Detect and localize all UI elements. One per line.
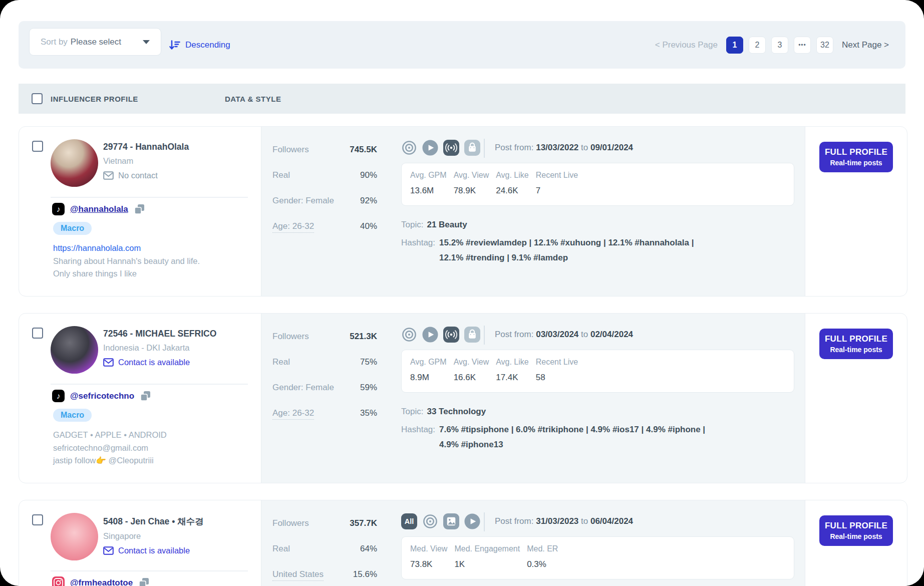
row-checkbox[interactable] <box>32 141 43 152</box>
influencer-location: Singapore <box>103 531 204 541</box>
bio-line: jastip follow👉 @Cleoputriii <box>53 454 167 467</box>
target-icon[interactable] <box>401 327 417 343</box>
stat-gender: Gender: Female92% <box>272 196 377 206</box>
metric-cell: Avg. GPM13.6M <box>410 171 447 205</box>
play-icon[interactable] <box>464 513 480 529</box>
metric-cell: Avg. Like17.4K <box>496 358 529 392</box>
stat-audience-country: United States15.6% <box>272 569 377 581</box>
media-filter-icons: All <box>401 513 480 529</box>
sort-by-select[interactable]: Sort by Please select <box>29 28 161 56</box>
hashtag-row: Hashtag: 7.6% #tipsiphone | 6.0% #trikip… <box>401 422 720 452</box>
sort-order-label: Descending <box>185 40 230 50</box>
row-checkbox[interactable] <box>32 328 43 339</box>
metric-cell: Avg. Like24.6K <box>496 171 529 205</box>
divider <box>51 384 248 385</box>
influencer-card: 72546 - MICHAEL SEFRICO Indonesia - DKI … <box>19 313 907 483</box>
pagination-page-32[interactable]: 32 <box>816 37 833 54</box>
media-filter-icons <box>401 140 480 156</box>
full-profile-button[interactable]: FULL PROFILE Real-time posts <box>819 142 893 172</box>
handle-link[interactable]: @sefricotechno <box>70 391 134 401</box>
copy-icon[interactable] <box>140 390 151 402</box>
image-icon[interactable] <box>443 513 459 529</box>
select-all-checkbox[interactable] <box>32 93 43 104</box>
influencer-card: 29774 - HannahOlala Vietnam No contact ♪… <box>19 126 907 297</box>
pagination-page-2[interactable]: 2 <box>749 37 766 54</box>
target-icon[interactable] <box>401 140 417 156</box>
bag-icon[interactable] <box>464 140 480 156</box>
post-date-range: Post from: 03/03/2024 to 02/04/2024 <box>495 330 633 340</box>
contact-status-label: Contact is available <box>118 358 190 367</box>
divider <box>484 139 485 158</box>
live-icon[interactable] <box>443 140 459 156</box>
influencer-card: 5408 - Jen Chae • 채수경 Singapore Contact … <box>19 500 907 586</box>
previous-page-button[interactable]: < Previous Page <box>655 40 718 50</box>
social-handle-row: ♪ @hannaholala <box>52 203 145 215</box>
topic-row: Topic:33 Technology <box>401 407 486 417</box>
next-page-button[interactable]: Next Page > <box>842 40 889 50</box>
stat-gender: Gender: Female59% <box>272 383 377 393</box>
avatar[interactable] <box>51 513 98 560</box>
stat-real: Real64% <box>272 544 377 554</box>
stat-followers: Followers745.5K <box>272 145 377 155</box>
metrics-box: Med. View73.8K Med. Engagement1K Med. ER… <box>401 536 794 579</box>
metric-cell: Med. Engagement1K <box>454 544 520 579</box>
post-date-range: Post from: 13/03/2022 to 09/01/2024 <box>495 143 633 153</box>
envelope-icon <box>103 358 114 367</box>
live-icon[interactable] <box>443 327 459 343</box>
pagination-page-3[interactable]: 3 <box>771 37 788 54</box>
website-link[interactable]: https://hannaholala.com <box>53 242 200 255</box>
avatar[interactable] <box>51 139 98 187</box>
identity-block: 72546 - MICHAEL SEFRICO Indonesia - DKI … <box>103 329 216 367</box>
full-profile-button[interactable]: FULL PROFILE Real-time posts <box>819 515 893 546</box>
topic-row: Topic:21 Beauty <box>401 220 467 230</box>
social-handle-row: @frmheadtotoe <box>52 576 150 586</box>
row-checkbox[interactable] <box>32 514 43 525</box>
handle-link[interactable]: @frmheadtotoe <box>70 578 133 586</box>
bag-icon[interactable] <box>464 327 480 343</box>
copy-icon[interactable] <box>138 577 150 586</box>
divider <box>51 570 248 571</box>
pagination: < Previous Page 1 2 3 ••• 32 Next Page > <box>655 21 889 69</box>
sort-by-label: Sort by <box>41 37 68 47</box>
bio-line: Sharing about Hannah's beauty and life. <box>53 255 200 268</box>
tiktok-icon: ♪ <box>52 203 65 215</box>
influencer-location: Vietnam <box>103 156 189 166</box>
metric-cell: Med. ER0.3% <box>527 544 559 579</box>
divider <box>51 197 248 198</box>
stat-real: Real90% <box>272 170 377 180</box>
pagination-ellipsis[interactable]: ••• <box>794 37 811 54</box>
contact-status: Contact is available <box>103 358 216 367</box>
influencer-name: 5408 - Jen Chae • 채수경 <box>103 515 204 527</box>
tiktok-icon: ♪ <box>52 390 65 402</box>
chevron-down-icon <box>143 40 150 44</box>
play-icon[interactable] <box>422 140 438 156</box>
column-header-data-style: DATA & STYLE <box>225 95 281 103</box>
avatar[interactable] <box>51 326 98 374</box>
stat-age: Age: 26-3240% <box>272 221 377 233</box>
post-date-range: Post from: 31/03/2023 to 06/04/2024 <box>495 516 633 526</box>
bio-block: GADGET • APPLE • ANDROID sefricotechno@g… <box>53 429 167 467</box>
stat-age: Age: 26-3235% <box>272 408 377 420</box>
full-profile-button[interactable]: FULL PROFILE Real-time posts <box>819 329 893 359</box>
sort-by-value: Please select <box>71 37 121 47</box>
bio-line: sefricotechno@gmail.com <box>53 442 167 455</box>
handle-link[interactable]: @hannaholala <box>70 204 128 214</box>
contact-status: No contact <box>103 171 189 180</box>
copy-icon[interactable] <box>134 203 145 215</box>
pagination-page-1[interactable]: 1 <box>726 37 743 54</box>
identity-block: 29774 - HannahOlala Vietnam No contact <box>103 142 189 180</box>
social-handle-row: ♪ @sefricotechno <box>52 390 151 402</box>
stat-real: Real75% <box>272 357 377 367</box>
tier-badge: Macro <box>53 409 92 422</box>
influencer-list-page: Sort by Please select Descending < Previ… <box>0 0 924 586</box>
target-icon[interactable] <box>422 513 438 529</box>
media-filter-icons <box>401 327 480 343</box>
hashtag-list: 15.2% #reviewlamdep | 12.1% #xuhuong | 1… <box>439 235 720 265</box>
play-icon[interactable] <box>422 327 438 343</box>
sort-order-toggle[interactable]: Descending <box>168 21 230 69</box>
all-filter-badge[interactable]: All <box>401 513 417 529</box>
influencer-location: Indonesia - DKI Jakarta <box>103 343 216 353</box>
divider <box>484 512 485 531</box>
stat-followers: Followers357.7K <box>272 518 377 528</box>
metric-cell: Avg. GPM8.9M <box>410 358 447 392</box>
